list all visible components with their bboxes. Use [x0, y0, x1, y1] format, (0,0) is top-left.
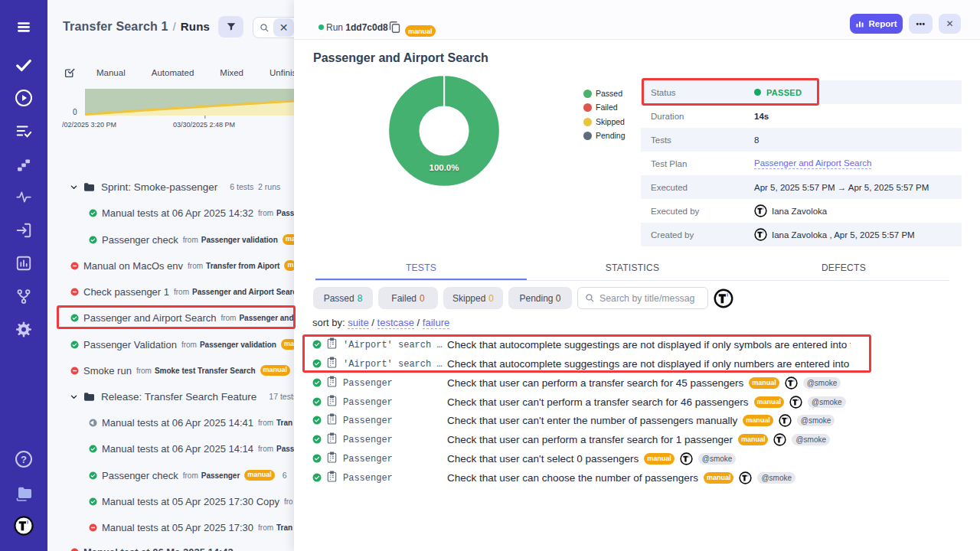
- svg-text:?: ?: [21, 454, 27, 465]
- svg-text:100.0%: 100.0%: [429, 163, 459, 172]
